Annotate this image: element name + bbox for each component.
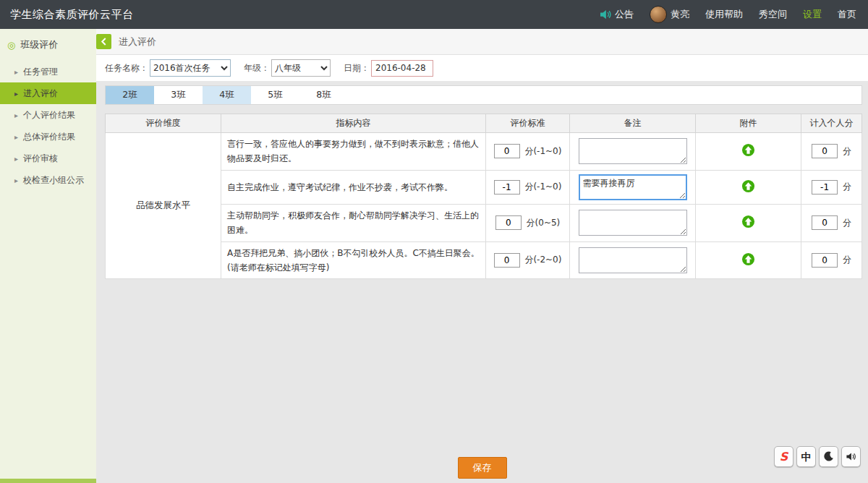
sidebar-item[interactable]: ▸ 个人评价结果 (0, 104, 96, 126)
attachment-cell (696, 170, 801, 204)
date-input[interactable] (371, 60, 433, 77)
col-header-standard: 评价标准 (486, 114, 570, 133)
announcement-label: 公告 (615, 8, 634, 21)
sogou-input-icon[interactable]: S (774, 446, 793, 467)
score-cell: 分(-2~0) (486, 241, 570, 279)
class-tab-label: 8班 (316, 89, 331, 101)
announcement-speaker-icon (600, 9, 611, 20)
sidebar-item[interactable]: ▸ 评价审核 (0, 148, 96, 169)
sidebar-section-title[interactable]: ◎ 班级评价 (0, 29, 96, 61)
chevron-right-icon: ▸ (14, 90, 18, 98)
back-button[interactable] (96, 34, 111, 49)
sidebar-item[interactable]: ▸ 总体评价结果 (0, 126, 96, 148)
personal-score-cell: 分 (801, 170, 862, 204)
speaker-glyph (846, 452, 856, 461)
moon-icon[interactable] (819, 446, 838, 467)
class-tab-label: 4班 (219, 89, 234, 101)
col-header-note: 备注 (570, 114, 696, 133)
personal-score-cell: 分 (801, 241, 862, 279)
evaluation-table: 评价维度 指标内容 评价标准 备注 附件 计入个人分 品德发展水平 言行一致，答… (105, 114, 862, 279)
chevron-right-icon: ▸ (14, 176, 18, 184)
sidebar-item-label: 评价审核 (23, 153, 58, 165)
score-unit-label: 分 (843, 146, 851, 156)
task-name-label: 任务名称： (105, 62, 148, 74)
home-link[interactable]: 首页 (838, 8, 856, 21)
score-cell: 分(0~5) (486, 204, 570, 241)
score-input[interactable] (494, 180, 520, 195)
sidebar-item[interactable]: ▸ 进入评价 (0, 82, 96, 104)
score-input[interactable] (494, 144, 520, 158)
class-tab[interactable]: 2班 (106, 86, 154, 104)
upload-attachment-icon[interactable] (741, 179, 755, 193)
home-label: 首页 (838, 8, 856, 21)
note-textarea[interactable] (579, 247, 687, 273)
upload-attachment-icon[interactable] (741, 215, 755, 228)
class-tab[interactable]: 3班 (154, 86, 203, 104)
indicator-text: 言行一致，答应他人的事要努力做到，做不到时表示歉意；借他人物品要及时归还。 (221, 133, 486, 171)
task-select[interactable]: 2016首次任务 (150, 59, 231, 77)
settings-link[interactable]: 设置 (803, 8, 822, 21)
user-menu[interactable]: 黄亮 (650, 6, 689, 23)
sidebar-item-label: 校检查小组公示 (23, 174, 84, 187)
note-cell (570, 204, 696, 241)
personal-score-input[interactable] (812, 215, 838, 230)
class-tab-label: 3班 (171, 89, 185, 101)
grade-select[interactable]: 八年级 (271, 59, 331, 77)
moon-glyph (823, 451, 834, 462)
space-link[interactable]: 秀空间 (759, 8, 787, 21)
sidebar-item-label: 总体评价结果 (23, 131, 75, 143)
sidebar: ◎ 班级评价 ▸ 任务管理 ▸ 进入评价 ▸ 个人评价结果 ▸ 总体评价结果 ▸… (0, 29, 96, 483)
table-header-row: 评价维度 指标内容 评价标准 备注 附件 计入个人分 (106, 114, 862, 133)
note-cell (570, 241, 696, 279)
score-unit-label: 分 (843, 181, 851, 192)
col-header-indicator: 指标内容 (221, 114, 486, 133)
note-textarea[interactable] (579, 210, 687, 236)
personal-score-input[interactable] (812, 144, 838, 158)
speaker-icon[interactable] (841, 446, 861, 467)
class-tab[interactable]: 4班 (203, 86, 251, 104)
grade-label: 年级： (244, 62, 270, 74)
table-row: 品德发展水平 言行一致，答应他人的事要努力做到，做不到时表示歉意；借他人物品要及… (106, 133, 862, 171)
score-input[interactable] (495, 215, 522, 230)
score-unit-label: 分 (843, 255, 851, 265)
personal-score-input[interactable] (812, 180, 838, 195)
save-button[interactable]: 保存 (458, 457, 507, 479)
class-tab-label: 2班 (122, 89, 137, 101)
personal-score-cell: 分 (801, 204, 862, 241)
app-title: 学生综合素质评价云平台 (10, 8, 134, 22)
ime-toolbar: S 中 (774, 446, 861, 467)
chevron-right-icon: ▸ (14, 155, 18, 163)
chinese-mode-label: 中 (801, 452, 812, 462)
indicator-text: 主动帮助同学，积极师友合作，耐心帮助同学解决学习、生活上的困难。 (221, 204, 486, 241)
attachment-cell (696, 133, 801, 171)
chevron-right-icon: ▸ (14, 111, 18, 119)
col-header-attachment: 附件 (696, 114, 801, 133)
score-unit-label: 分 (843, 218, 851, 228)
chevron-right-icon: ▸ (14, 133, 18, 141)
personal-score-cell: 分 (801, 133, 862, 171)
app-root: 学生综合素质评价云平台 公告 黄亮 使用帮助 秀空间 设置 首页 (0, 0, 868, 483)
note-textarea[interactable] (579, 138, 687, 164)
note-cell (570, 170, 696, 204)
score-input[interactable] (494, 253, 520, 268)
sidebar-item-label: 进入评价 (23, 87, 58, 100)
class-tabs: 2班 3班 4班 5班 8班 (105, 85, 862, 105)
table-body: 品德发展水平 言行一致，答应他人的事要努力做到，做不到时表示歉意；借他人物品要及… (106, 133, 862, 279)
chinese-mode-icon[interactable]: 中 (796, 446, 816, 467)
breadcrumb-current: 进入评价 (119, 35, 156, 48)
user-name: 黄亮 (671, 8, 689, 21)
chevron-left-icon (101, 38, 107, 46)
help-link[interactable]: 使用帮助 (705, 8, 743, 21)
announcement-link[interactable]: 公告 (600, 8, 634, 21)
personal-score-input[interactable] (812, 253, 838, 268)
col-header-personal-score: 计入个人分 (801, 114, 862, 133)
circle-dot-icon: ◎ (7, 40, 15, 50)
sidebar-item[interactable]: ▸ 任务管理 (0, 61, 96, 82)
upload-attachment-icon[interactable] (741, 143, 755, 157)
sidebar-item[interactable]: ▸ 校检查小组公示 (0, 169, 96, 191)
upload-attachment-icon[interactable] (741, 252, 755, 266)
class-tab[interactable]: 5班 (251, 86, 299, 104)
user-avatar (650, 6, 667, 23)
class-tab[interactable]: 8班 (299, 86, 348, 104)
note-textarea[interactable] (579, 174, 687, 200)
